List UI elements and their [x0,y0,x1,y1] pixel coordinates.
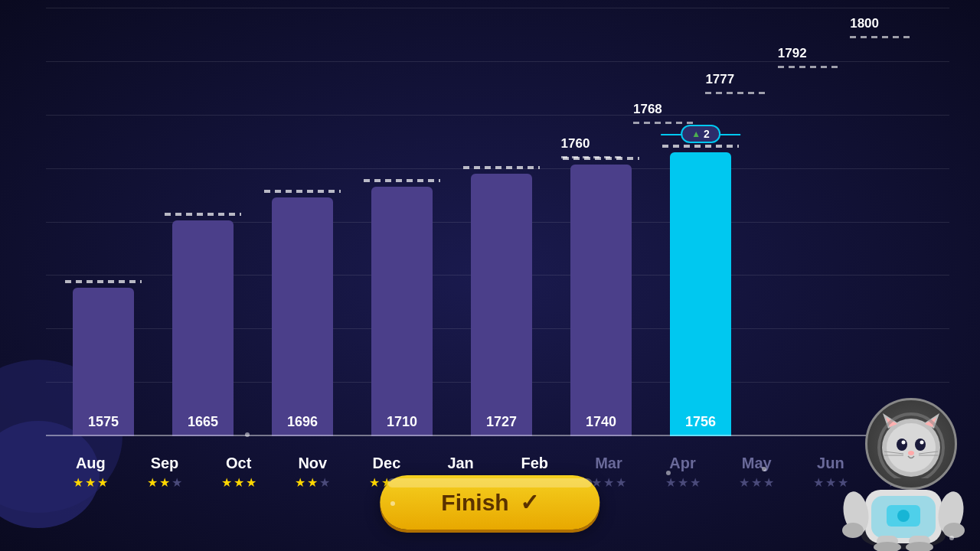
star-1: ★ [73,475,83,490]
star-3: ★ [319,475,330,490]
dashed-line-aug [65,280,142,283]
bar-value-feb: 1756 [670,414,731,430]
x-label-aug: Aug★★★ [60,455,121,490]
bar-wrapper-dec: 1727 [471,174,532,436]
bar-group-feb: 1756 ▲ 2 [670,152,731,436]
star-2: ★ [603,475,614,490]
bar-sep: 1665 [172,220,234,436]
month-label-nov: Nov [298,455,327,472]
month-label-mar: Mar [595,455,622,472]
bar-jan: 1740 [570,165,632,436]
bar-wrapper-nov: 1710 [371,187,433,436]
stars-nov: ★★★ [295,475,330,490]
star-2: ★ [751,475,762,490]
bar-oct: 1696 [272,197,333,436]
bar-group-sep: 1665 [172,220,234,436]
dashed-line-nov [364,179,440,182]
mascot-body-svg [842,459,965,551]
dashed-line-dec [463,166,540,169]
bar-wrapper-oct: 1696 [272,197,333,436]
svg-point-21 [842,523,864,538]
bar-value-nov: 1710 [371,414,433,430]
chart-area: 1575166516961710172717401756 ▲ 2 [46,8,949,436]
star-3: ★ [616,475,626,490]
bar-aug: 1575 [73,288,134,436]
svg-point-11 [908,451,914,455]
x-axis-line [46,435,949,436]
bar-wrapper-jan: 1740 [570,165,632,436]
star-3: ★ [172,475,182,490]
x-label-may: May★★★ [726,455,787,490]
bar-nov: 1710 [371,187,433,436]
month-label-dec: Dec [373,455,401,472]
svg-point-24 [897,510,910,522]
stars-may: ★★★ [739,475,774,490]
x-label-nov: Nov★★★ [282,455,343,490]
star-3: ★ [690,475,701,490]
stars-apr: ★★★ [665,475,701,490]
svg-point-22 [943,523,965,538]
badge-arrow-icon: ▲ [691,129,701,139]
star-2: ★ [825,475,836,490]
bar-group-oct: 1696 [272,197,333,436]
bar-group-aug: 1575 [73,288,134,436]
bar-value-aug: 1575 [73,414,134,430]
badge-line-left [661,134,682,135]
star-1: ★ [739,475,750,490]
bar-group-jan: 1740 [570,165,632,436]
star-1: ★ [813,475,824,490]
dot-0 [245,432,250,437]
dashed-line-oct [264,190,341,193]
star-1: ★ [665,475,676,490]
bar-value-dec: 1727 [471,414,532,430]
star-2: ★ [234,475,244,490]
star-2: ★ [159,475,170,490]
bar-value-jan: 1740 [570,414,632,430]
star-1: ★ [147,475,158,490]
bar-feb: 1756 ▲ 2 [670,152,731,436]
finish-label: Finish [441,490,508,516]
bar-wrapper-sep: 1665 [172,220,234,436]
dashed-line-sep [165,213,241,216]
badge-line-right [719,134,740,135]
mascot [842,398,965,551]
star-1: ★ [221,475,232,490]
dashed-line-feb [662,145,739,148]
star-2: ★ [85,475,96,490]
star-3: ★ [246,475,256,490]
star-1: ★ [369,475,380,490]
svg-point-8 [902,441,906,445]
bar-value-oct: 1696 [272,414,333,430]
bar-wrapper-aug: 1575 [73,288,134,436]
month-label-apr: Apr [669,455,695,472]
month-label-feb: Feb [521,455,548,472]
bar-value-sep: 1665 [172,414,234,430]
bar-dec: 1727 [471,174,532,436]
x-label-oct: Oct★★★ [208,455,270,490]
stars-sep: ★★★ [147,475,182,490]
dot-3 [762,467,766,471]
dot-2 [666,471,671,475]
badge-rank-value: 2 [704,128,710,140]
bars-container: 1575166516961710172717401756 ▲ 2 [46,8,949,436]
dot-1 [390,501,395,506]
month-label-jun: Jun [817,455,844,472]
svg-point-7 [915,439,926,451]
month-label-jan: Jan [447,455,473,472]
month-label-sep: Sep [151,455,179,472]
finish-button[interactable]: Finish ✓ [380,475,599,530]
stars-aug: ★★★ [73,475,108,490]
dashed-line-jan [563,157,639,160]
dot-4 [949,536,954,540]
x-label-sep: Sep★★★ [134,455,195,490]
star-3: ★ [763,475,774,490]
star-2: ★ [307,475,318,490]
star-3: ★ [97,475,108,490]
finish-icon: ✓ [520,489,539,516]
svg-point-9 [920,441,924,445]
stars-mar: ★★★ [591,475,626,490]
star-2: ★ [678,475,688,490]
stars-oct: ★★★ [221,475,256,490]
bar-wrapper-feb: 1756 ▲ 2 [670,152,731,436]
rank-badge: ▲ 2 [681,125,720,143]
